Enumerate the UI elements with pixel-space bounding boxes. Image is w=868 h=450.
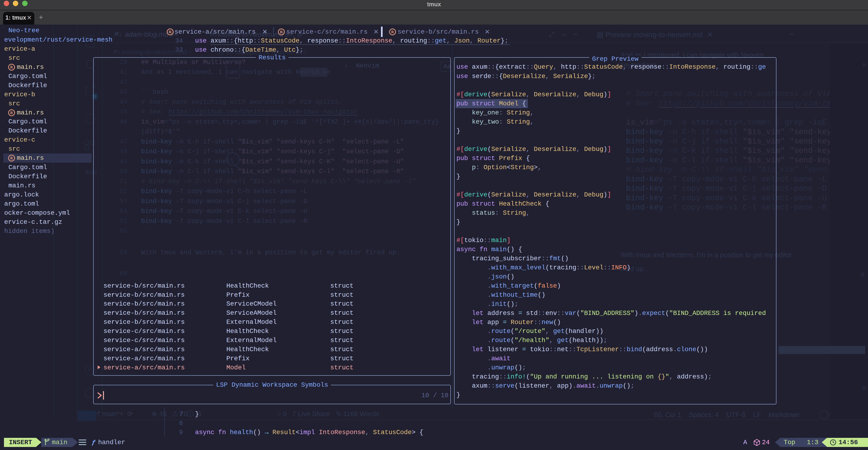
svg-text:R: R	[10, 111, 13, 115]
svg-text:R: R	[391, 30, 394, 34]
svg-text:R: R	[169, 30, 172, 34]
svg-text:R: R	[280, 30, 283, 34]
svg-text:R: R	[10, 156, 13, 160]
svg-text:R: R	[10, 65, 13, 69]
